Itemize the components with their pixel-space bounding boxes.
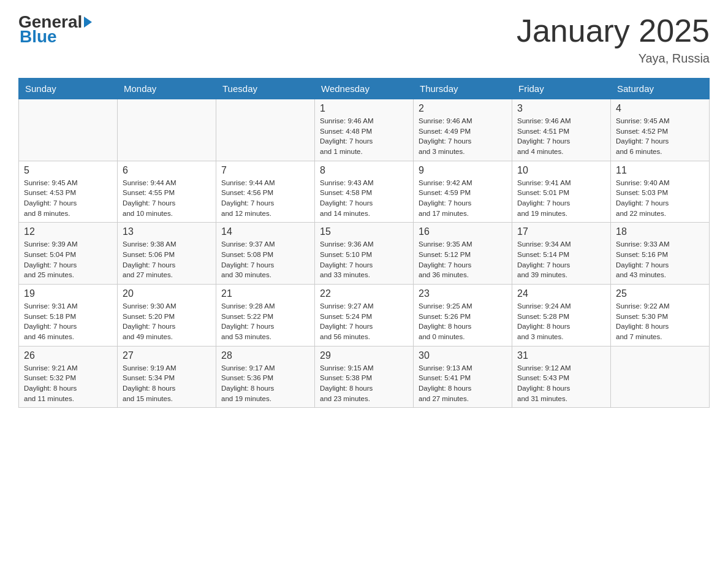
day-info: Sunrise: 9:35 AM Sunset: 5:12 PM Dayligh… (419, 239, 507, 280)
day-info: Sunrise: 9:34 AM Sunset: 5:14 PM Dayligh… (517, 239, 605, 280)
day-number: 31 (517, 350, 605, 361)
table-row: 15Sunrise: 9:36 AM Sunset: 5:10 PM Dayli… (315, 223, 414, 285)
month-title: January 2025 (517, 12, 710, 49)
day-info: Sunrise: 9:43 AM Sunset: 4:58 PM Dayligh… (320, 178, 408, 219)
day-number: 19 (24, 288, 112, 299)
logo-text-blue: Blue (20, 27, 57, 47)
day-number: 14 (221, 226, 309, 237)
day-info: Sunrise: 9:31 AM Sunset: 5:18 PM Dayligh… (24, 301, 112, 342)
table-row: 5Sunrise: 9:45 AM Sunset: 4:53 PM Daylig… (19, 161, 118, 223)
day-info: Sunrise: 9:33 AM Sunset: 5:16 PM Dayligh… (616, 239, 704, 280)
day-info: Sunrise: 9:40 AM Sunset: 5:03 PM Dayligh… (616, 178, 704, 219)
header-monday: Monday (118, 79, 216, 99)
day-info: Sunrise: 9:41 AM Sunset: 5:01 PM Dayligh… (517, 178, 605, 219)
day-number: 22 (320, 288, 408, 299)
day-number: 17 (517, 226, 605, 237)
header-friday: Friday (512, 79, 611, 99)
day-info: Sunrise: 9:15 AM Sunset: 5:38 PM Dayligh… (320, 363, 408, 404)
day-info: Sunrise: 9:13 AM Sunset: 5:41 PM Dayligh… (419, 363, 507, 404)
table-row: 7Sunrise: 9:44 AM Sunset: 4:56 PM Daylig… (216, 161, 315, 223)
day-number: 9 (419, 165, 507, 176)
header-wednesday: Wednesday (315, 79, 414, 99)
day-number: 11 (616, 165, 704, 176)
table-row: 11Sunrise: 9:40 AM Sunset: 5:03 PM Dayli… (611, 161, 710, 223)
table-row: 18Sunrise: 9:33 AM Sunset: 5:16 PM Dayli… (611, 223, 710, 285)
day-number: 27 (123, 350, 211, 361)
day-number: 1 (320, 103, 408, 114)
day-number: 26 (24, 350, 112, 361)
day-info: Sunrise: 9:42 AM Sunset: 4:59 PM Dayligh… (419, 178, 507, 219)
day-info: Sunrise: 9:21 AM Sunset: 5:32 PM Dayligh… (24, 363, 112, 404)
table-row: 13Sunrise: 9:38 AM Sunset: 5:06 PM Dayli… (118, 223, 216, 285)
day-info: Sunrise: 9:19 AM Sunset: 5:34 PM Dayligh… (123, 363, 211, 404)
table-row (19, 99, 118, 161)
header-saturday: Saturday (611, 79, 710, 99)
day-number: 12 (24, 226, 112, 237)
table-row: 20Sunrise: 9:30 AM Sunset: 5:20 PM Dayli… (118, 285, 216, 347)
day-number: 6 (123, 165, 211, 176)
table-row: 24Sunrise: 9:24 AM Sunset: 5:28 PM Dayli… (512, 285, 611, 347)
day-number: 10 (517, 165, 605, 176)
day-info: Sunrise: 9:38 AM Sunset: 5:06 PM Dayligh… (123, 239, 211, 280)
table-row: 6Sunrise: 9:44 AM Sunset: 4:55 PM Daylig… (118, 161, 216, 223)
day-info: Sunrise: 9:25 AM Sunset: 5:26 PM Dayligh… (419, 301, 507, 342)
calendar-table: Sunday Monday Tuesday Wednesday Thursday… (18, 78, 710, 408)
table-row (216, 99, 315, 161)
day-number: 24 (517, 288, 605, 299)
table-row: 2Sunrise: 9:46 AM Sunset: 4:49 PM Daylig… (414, 99, 512, 161)
table-row: 21Sunrise: 9:28 AM Sunset: 5:22 PM Dayli… (216, 285, 315, 347)
day-number: 5 (24, 165, 112, 176)
table-row: 19Sunrise: 9:31 AM Sunset: 5:18 PM Dayli… (19, 285, 118, 347)
calendar-header-row: Sunday Monday Tuesday Wednesday Thursday… (19, 79, 710, 99)
table-row: 27Sunrise: 9:19 AM Sunset: 5:34 PM Dayli… (118, 346, 216, 408)
location: Yaya, Russia (517, 52, 710, 66)
calendar-week-row: 1Sunrise: 9:46 AM Sunset: 4:48 PM Daylig… (19, 99, 710, 161)
day-number: 21 (221, 288, 309, 299)
header-tuesday: Tuesday (216, 79, 315, 99)
day-info: Sunrise: 9:12 AM Sunset: 5:43 PM Dayligh… (517, 363, 605, 404)
header-thursday: Thursday (414, 79, 512, 99)
day-number: 3 (517, 103, 605, 114)
day-number: 20 (123, 288, 211, 299)
day-number: 7 (221, 165, 309, 176)
day-info: Sunrise: 9:46 AM Sunset: 4:49 PM Dayligh… (419, 116, 507, 157)
table-row: 28Sunrise: 9:17 AM Sunset: 5:36 PM Dayli… (216, 346, 315, 408)
day-info: Sunrise: 9:45 AM Sunset: 4:52 PM Dayligh… (616, 116, 704, 157)
day-number: 29 (320, 350, 408, 361)
table-row: 3Sunrise: 9:46 AM Sunset: 4:51 PM Daylig… (512, 99, 611, 161)
day-number: 8 (320, 165, 408, 176)
logo: General Blue (18, 12, 92, 47)
day-number: 2 (419, 103, 507, 114)
table-row: 22Sunrise: 9:27 AM Sunset: 5:24 PM Dayli… (315, 285, 414, 347)
calendar-week-row: 5Sunrise: 9:45 AM Sunset: 4:53 PM Daylig… (19, 161, 710, 223)
table-row: 14Sunrise: 9:37 AM Sunset: 5:08 PM Dayli… (216, 223, 315, 285)
calendar-week-row: 12Sunrise: 9:39 AM Sunset: 5:04 PM Dayli… (19, 223, 710, 285)
logo-arrow-icon (84, 17, 92, 28)
page-header: General Blue January 2025 Yaya, Russia (18, 12, 710, 66)
day-info: Sunrise: 9:27 AM Sunset: 5:24 PM Dayligh… (320, 301, 408, 342)
table-row: 8Sunrise: 9:43 AM Sunset: 4:58 PM Daylig… (315, 161, 414, 223)
calendar-week-row: 26Sunrise: 9:21 AM Sunset: 5:32 PM Dayli… (19, 346, 710, 408)
day-number: 15 (320, 226, 408, 237)
day-info: Sunrise: 9:39 AM Sunset: 5:04 PM Dayligh… (24, 239, 112, 280)
day-info: Sunrise: 9:36 AM Sunset: 5:10 PM Dayligh… (320, 239, 408, 280)
day-number: 18 (616, 226, 704, 237)
table-row: 29Sunrise: 9:15 AM Sunset: 5:38 PM Dayli… (315, 346, 414, 408)
table-row: 1Sunrise: 9:46 AM Sunset: 4:48 PM Daylig… (315, 99, 414, 161)
day-info: Sunrise: 9:30 AM Sunset: 5:20 PM Dayligh… (123, 301, 211, 342)
day-number: 4 (616, 103, 704, 114)
table-row: 10Sunrise: 9:41 AM Sunset: 5:01 PM Dayli… (512, 161, 611, 223)
table-row: 16Sunrise: 9:35 AM Sunset: 5:12 PM Dayli… (414, 223, 512, 285)
header-sunday: Sunday (19, 79, 118, 99)
table-row (118, 99, 216, 161)
calendar-week-row: 19Sunrise: 9:31 AM Sunset: 5:18 PM Dayli… (19, 285, 710, 347)
day-number: 23 (419, 288, 507, 299)
table-row: 23Sunrise: 9:25 AM Sunset: 5:26 PM Dayli… (414, 285, 512, 347)
day-info: Sunrise: 9:22 AM Sunset: 5:30 PM Dayligh… (616, 301, 704, 342)
day-info: Sunrise: 9:24 AM Sunset: 5:28 PM Dayligh… (517, 301, 605, 342)
day-info: Sunrise: 9:28 AM Sunset: 5:22 PM Dayligh… (221, 301, 309, 342)
table-row: 4Sunrise: 9:45 AM Sunset: 4:52 PM Daylig… (611, 99, 710, 161)
day-number: 25 (616, 288, 704, 299)
table-row: 31Sunrise: 9:12 AM Sunset: 5:43 PM Dayli… (512, 346, 611, 408)
title-area: January 2025 Yaya, Russia (517, 12, 710, 66)
